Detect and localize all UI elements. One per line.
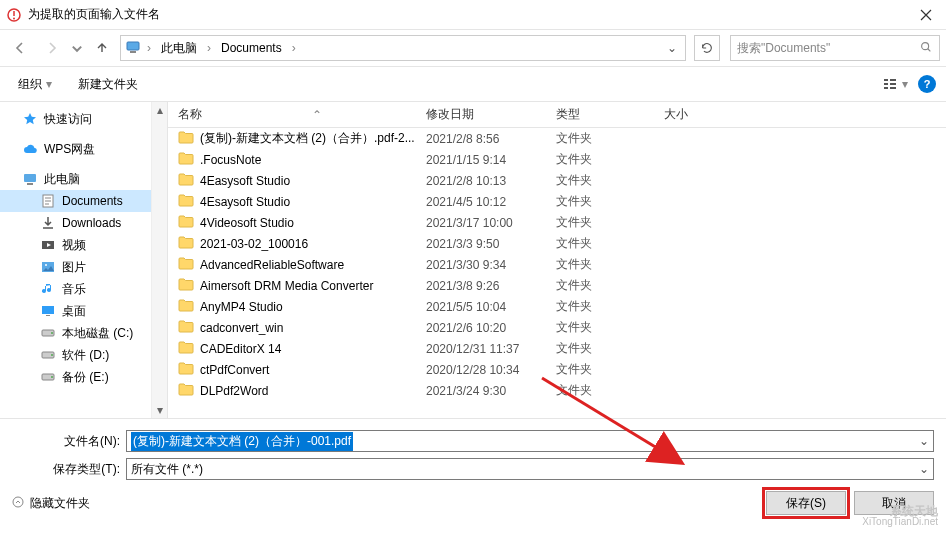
toolbar: 组织▾ 新建文件夹 ▾ ?	[0, 66, 946, 102]
col-size[interactable]: 大小	[664, 106, 744, 123]
file-type: 文件夹	[556, 151, 664, 168]
file-row[interactable]: 2021-03-02_1000162021/3/3 9:50文件夹	[168, 233, 946, 254]
col-name[interactable]: 名称⌃	[178, 106, 426, 123]
folder-icon	[178, 193, 194, 210]
window-title: 为提取的页面输入文件名	[28, 6, 906, 23]
filename-input[interactable]: (复制)-新建文本文档 (2)（合并）-001.pdf ⌄	[126, 430, 934, 452]
chevron-down-icon[interactable]: ⌄	[919, 462, 929, 476]
file-row[interactable]: AdvancedReliableSoftware2021/3/30 9:34文件…	[168, 254, 946, 275]
sidebar-item-label: WPS网盘	[44, 141, 95, 158]
close-button[interactable]	[906, 0, 946, 30]
monitor-icon	[125, 39, 141, 58]
download-icon	[40, 215, 56, 231]
recent-button[interactable]	[70, 34, 84, 62]
svg-rect-18	[46, 315, 50, 316]
sidebar-item-label: 此电脑	[44, 171, 80, 188]
file-row[interactable]: cadconvert_win2021/2/6 10:20文件夹	[168, 317, 946, 338]
forward-button[interactable]	[38, 34, 66, 62]
folder-icon	[178, 256, 194, 273]
file-row[interactable]: Aimersoft DRM Media Converter2021/3/8 9:…	[168, 275, 946, 296]
file-name: (复制)-新建文本文档 (2)（合并）.pdf-2...	[200, 130, 415, 147]
file-row[interactable]: 4Esaysoft Studio2021/4/5 10:12文件夹	[168, 191, 946, 212]
up-button[interactable]	[88, 34, 116, 62]
folder-icon	[178, 382, 194, 399]
file-date: 2021/3/3 9:50	[426, 237, 556, 251]
sidebar-item[interactable]: 此电脑	[0, 168, 167, 190]
filetype-label: 保存类型(T):	[12, 461, 120, 478]
sidebar-item[interactable]: 本地磁盘 (C:)	[0, 322, 167, 344]
svg-rect-8	[890, 79, 896, 81]
bottom-panel: 文件名(N): (复制)-新建文本文档 (2)（合并）-001.pdf ⌄ 保存…	[0, 418, 946, 523]
file-row[interactable]: 4Videosoft Studio2021/3/17 10:00文件夹	[168, 212, 946, 233]
file-type: 文件夹	[556, 235, 664, 252]
file-row[interactable]: AnyMP4 Studio2021/5/5 10:04文件夹	[168, 296, 946, 317]
crumb-this-pc[interactable]: 此电脑	[157, 38, 201, 59]
help-button[interactable]: ?	[918, 75, 936, 93]
svg-rect-17	[42, 306, 54, 314]
sidebar-item[interactable]: Documents	[0, 190, 167, 212]
file-name: Aimersoft DRM Media Converter	[200, 279, 373, 293]
file-row[interactable]: DLPdf2Word2021/3/24 9:30文件夹	[168, 380, 946, 401]
hide-folders-toggle[interactable]: 隐藏文件夹	[12, 495, 90, 512]
svg-rect-9	[890, 83, 896, 85]
refresh-button[interactable]	[694, 35, 720, 61]
svg-point-16	[45, 264, 47, 266]
file-name: CADEditorX 14	[200, 342, 281, 356]
back-button[interactable]	[6, 34, 34, 62]
sidebar-item-label: 音乐	[62, 281, 86, 298]
file-date: 2021/5/5 10:04	[426, 300, 556, 314]
svg-rect-2	[127, 42, 139, 50]
scroll-down-icon[interactable]: ▾	[152, 402, 167, 418]
address-bar[interactable]: › 此电脑 › Documents › ⌄	[120, 35, 686, 61]
folder-icon	[178, 214, 194, 231]
file-type: 文件夹	[556, 214, 664, 231]
sidebar-item-label: 视频	[62, 237, 86, 254]
filetype-value: 所有文件 (*.*)	[131, 461, 203, 478]
new-folder-button[interactable]: 新建文件夹	[70, 72, 146, 97]
file-name: 4Videosoft Studio	[200, 216, 294, 230]
filename-label: 文件名(N):	[12, 433, 120, 450]
view-button[interactable]: ▾	[882, 76, 908, 92]
search-box[interactable]: 搜索"Documents"	[730, 35, 940, 61]
sidebar-item[interactable]: Downloads	[0, 212, 167, 234]
chevron-right-icon: ›	[292, 41, 296, 55]
file-row[interactable]: .FocusNote2021/1/15 9:14文件夹	[168, 149, 946, 170]
address-dropdown[interactable]: ⌄	[663, 41, 681, 55]
chevron-down-icon[interactable]: ⌄	[919, 434, 929, 448]
sidebar-item[interactable]: 视频	[0, 234, 167, 256]
scroll-up-icon[interactable]: ▴	[152, 102, 167, 118]
sidebar-item[interactable]: 音乐	[0, 278, 167, 300]
file-date: 2021/3/30 9:34	[426, 258, 556, 272]
file-row[interactable]: ctPdfConvert2020/12/28 10:34文件夹	[168, 359, 946, 380]
file-type: 文件夹	[556, 172, 664, 189]
folder-icon	[178, 319, 194, 336]
file-pane: 名称⌃ 修改日期 类型 大小 (复制)-新建文本文档 (2)（合并）.pdf-2…	[168, 102, 946, 418]
file-type: 文件夹	[556, 319, 664, 336]
sidebar-item[interactable]: 图片	[0, 256, 167, 278]
sidebar-scrollbar[interactable]: ▴ ▾	[151, 102, 167, 418]
disk-icon	[40, 369, 56, 385]
sidebar-item[interactable]: 软件 (D:)	[0, 344, 167, 366]
sidebar-item[interactable]: WPS网盘	[0, 138, 167, 160]
file-row[interactable]: CADEditorX 142020/12/31 11:37文件夹	[168, 338, 946, 359]
organize-button[interactable]: 组织▾	[10, 72, 60, 97]
file-row[interactable]: (复制)-新建文本文档 (2)（合并）.pdf-2...2021/2/8 8:5…	[168, 128, 946, 149]
sidebar-item[interactable]: 桌面	[0, 300, 167, 322]
folder-icon	[178, 172, 194, 189]
search-placeholder: 搜索"Documents"	[737, 40, 830, 57]
file-type: 文件夹	[556, 277, 664, 294]
cloud-icon	[22, 141, 38, 157]
crumb-documents[interactable]: Documents	[217, 39, 286, 57]
svg-rect-5	[884, 79, 888, 81]
col-type[interactable]: 类型	[556, 106, 664, 123]
nav-row: › 此电脑 › Documents › ⌄ 搜索"Documents"	[0, 30, 946, 66]
sidebar-item[interactable]: 备份 (E:)	[0, 366, 167, 388]
file-date: 2021/3/8 9:26	[426, 279, 556, 293]
save-button[interactable]: 保存(S)	[766, 491, 846, 515]
folder-icon	[178, 277, 194, 294]
sidebar-item[interactable]: 快速访问	[0, 108, 167, 130]
filetype-select[interactable]: 所有文件 (*.*) ⌄	[126, 458, 934, 480]
col-date[interactable]: 修改日期	[426, 106, 556, 123]
file-row[interactable]: 4Easysoft Studio2021/2/8 10:13文件夹	[168, 170, 946, 191]
file-name: ctPdfConvert	[200, 363, 269, 377]
